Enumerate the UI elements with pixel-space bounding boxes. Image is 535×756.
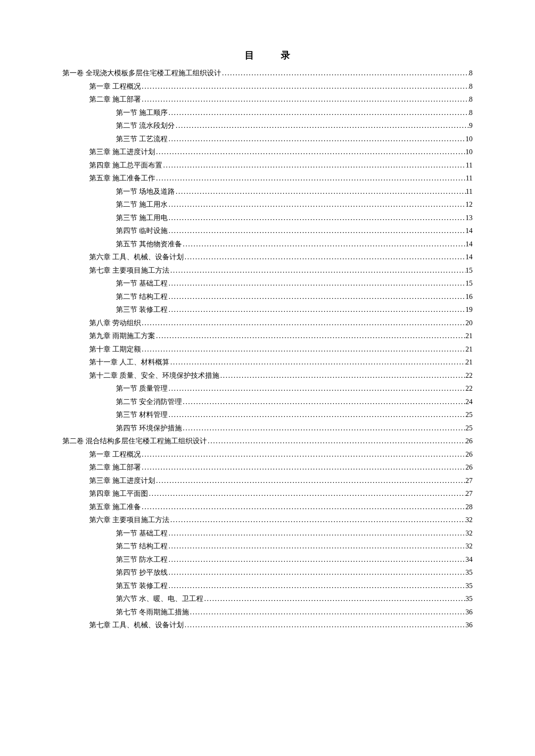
- toc-entry-page: 22: [465, 372, 473, 379]
- toc-entry-page: 36: [465, 621, 473, 629]
- toc-entry-label: 第三节 工艺流程: [116, 135, 168, 143]
- toc-entry-label: 第二卷 混合结构多层住宅楼工程施工组织设计: [62, 437, 207, 445]
- toc-leader-dots: [219, 372, 465, 379]
- toc-entry-page: 27: [465, 490, 473, 497]
- toc-entry: 第七章 主要项目施工方法15: [62, 267, 473, 274]
- toc-entry-page: 35: [465, 595, 473, 602]
- toc-entry: 第四节 抄平放线35: [62, 569, 473, 576]
- toc-entry: 第二节 安全消防管理24: [62, 398, 473, 405]
- toc-leader-dots: [182, 398, 465, 405]
- toc-entry: 第一节 场地及道路11: [62, 188, 473, 195]
- toc-entry-page: 24: [465, 398, 473, 405]
- toc-entry-page: 11: [466, 162, 473, 169]
- toc-entry-page: 13: [465, 214, 473, 221]
- toc-entry: 第二节 流水段划分9: [62, 122, 473, 129]
- toc-entry: 第五节 装修工程35: [62, 582, 473, 589]
- toc-entry: 第三章 施工进度计划27: [62, 477, 473, 484]
- toc-entry: 第八章 劳动组织20: [62, 319, 473, 327]
- toc-entry-label: 第一节 施工顺序: [116, 109, 168, 116]
- toc-entry: 第六章 主要项目施工方法32: [62, 516, 473, 523]
- toc-leader-dots: [168, 135, 465, 143]
- toc-entry-page: 35: [465, 569, 473, 576]
- toc-entry-page: 27: [465, 477, 473, 484]
- toc-entry-label: 第一卷 全现浇大模板多层住宅楼工程施工组织设计: [62, 69, 221, 77]
- toc-leader-dots: [168, 306, 465, 313]
- toc-entry-label: 第十二章 质量、安全、环境保护技术措施: [89, 372, 219, 379]
- toc-leader-dots: [184, 621, 465, 629]
- toc-leader-dots: [168, 293, 465, 300]
- toc-leader-dots: [141, 346, 465, 353]
- toc-leader-dots: [168, 556, 465, 563]
- toc-entry-page: 14: [465, 241, 473, 248]
- toc-entry-page: 35: [465, 582, 473, 589]
- toc-entry-page: 21: [465, 359, 473, 366]
- toc-leader-dots: [168, 385, 465, 392]
- toc-leader-dots: [155, 175, 466, 182]
- toc-entry: 第一章 工程概况26: [62, 451, 473, 458]
- toc-leader-dots: [155, 332, 465, 339]
- toc-entry-page: 15: [465, 267, 473, 274]
- toc-entry: 第三章 施工进度计划10: [62, 148, 473, 155]
- toc-entry: 第三节 装修工程19: [62, 306, 473, 313]
- toc-leader-dots: [169, 516, 465, 523]
- toc-leader-dots: [182, 241, 465, 248]
- toc-leader-dots: [189, 609, 465, 616]
- page-title: 目录: [62, 49, 473, 61]
- toc-entry: 第二章 施工部署8: [62, 96, 473, 103]
- toc-entry-page: 11: [466, 188, 473, 195]
- toc-leader-dots: [155, 477, 465, 484]
- toc-leader-dots: [168, 543, 465, 550]
- toc-leader-dots: [148, 490, 465, 497]
- toc-entry: 第七节 冬雨期施工措施36: [62, 609, 473, 616]
- toc-leader-dots: [175, 122, 469, 129]
- toc-entry-page: 26: [465, 464, 473, 471]
- toc-entry-page: 25: [465, 411, 473, 418]
- toc-leader-dots: [141, 503, 465, 511]
- toc-leader-dots: [168, 280, 465, 287]
- toc-entry-label: 第二章 施工部署: [89, 96, 141, 103]
- toc-entry-page: 20: [465, 319, 473, 327]
- toc-leader-dots: [141, 464, 465, 471]
- toc-entry: 第六节 水、暖、电、卫工程35: [62, 595, 473, 602]
- toc-entry-page: 10: [465, 148, 473, 155]
- toc-entry-page: 14: [465, 253, 473, 261]
- table-of-contents: 第一卷 全现浇大模板多层住宅楼工程施工组织设计8第一章 工程概况8第二章 施工部…: [62, 69, 473, 629]
- toc-leader-dots: [168, 530, 465, 537]
- toc-entry: 第四章 施工总平面布置11: [62, 162, 473, 169]
- toc-entry-label: 第六章 工具、机械、设备计划: [89, 253, 184, 261]
- toc-entry-label: 第四节 环境保护措施: [116, 425, 182, 432]
- toc-entry: 第二节 结构工程16: [62, 293, 473, 300]
- toc-entry: 第四章 施工平面图27: [62, 490, 473, 497]
- toc-leader-dots: [168, 569, 465, 576]
- toc-entry-label: 第十一章 人工、材料概算: [89, 359, 169, 366]
- toc-leader-dots: [169, 267, 465, 274]
- toc-entry-label: 第二章 施工部署: [89, 464, 141, 471]
- toc-leader-dots: [141, 451, 465, 458]
- toc-entry-label: 第八章 劳动组织: [89, 319, 141, 327]
- toc-entry: 第五章 施工准备工作11: [62, 175, 473, 182]
- toc-entry-page: 32: [465, 543, 473, 550]
- toc-leader-dots: [141, 319, 465, 327]
- toc-leader-dots: [141, 96, 469, 103]
- toc-entry: 第五章 施工准备28: [62, 503, 473, 511]
- toc-entry-label: 第一节 质量管理: [116, 385, 168, 392]
- toc-entry-label: 第五章 施工准备: [89, 503, 141, 511]
- toc-entry-page: 8: [469, 96, 473, 103]
- toc-entry: 第十二章 质量、安全、环境保护技术措施22: [62, 372, 473, 379]
- toc-entry: 第七章 工具、机械、设备计划36: [62, 621, 473, 629]
- toc-entry-label: 第二节 结构工程: [116, 293, 168, 300]
- toc-leader-dots: [207, 437, 465, 445]
- toc-entry: 第一卷 全现浇大模板多层住宅楼工程施工组织设计8: [62, 69, 473, 77]
- toc-entry-label: 第一节 基础工程: [116, 280, 168, 287]
- toc-leader-dots: [184, 253, 465, 261]
- toc-entry-page: 36: [465, 609, 473, 616]
- toc-entry-label: 第六章 主要项目施工方法: [89, 516, 169, 523]
- toc-entry-label: 第四节 抄平放线: [116, 569, 168, 576]
- toc-entry-page: 26: [465, 451, 473, 458]
- toc-entry-label: 第五章 施工准备工作: [89, 175, 155, 182]
- toc-entry-page: 15: [465, 280, 473, 287]
- toc-leader-dots: [168, 109, 469, 116]
- toc-entry: 第三节 材料管理25: [62, 411, 473, 418]
- toc-leader-dots: [168, 582, 465, 589]
- toc-entry-page: 28: [465, 503, 473, 511]
